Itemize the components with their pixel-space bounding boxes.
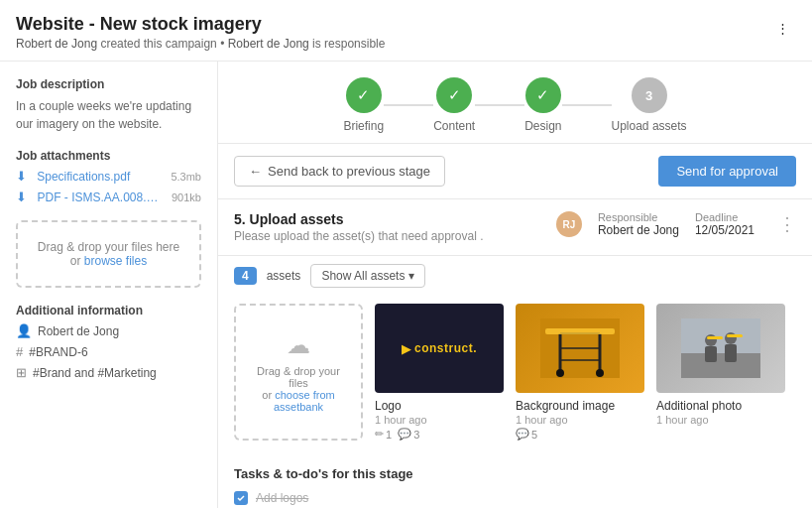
content-area: ✓ Briefing ✓ Content ✓ Design xyxy=(218,62,812,508)
task-checkbox-logos[interactable] xyxy=(234,491,248,505)
stage-meta: RJ Responsible Robert de Jong Deadline 1… xyxy=(556,211,796,237)
download-icon: ⬇ xyxy=(16,190,27,204)
asset-thumb-photo[interactable] xyxy=(656,304,785,393)
construction-svg xyxy=(540,318,620,378)
asset-time-photo: 1 hour ago xyxy=(656,414,785,426)
attachment-size: 5.3mb xyxy=(171,171,201,183)
show-all-button[interactable]: Show All assets ▾ xyxy=(310,264,425,288)
attachment-name: Specifications.pdf xyxy=(37,170,166,184)
svg-point-13 xyxy=(725,332,737,344)
header-more-button[interactable]: ⋮ xyxy=(768,14,796,42)
svg-point-6 xyxy=(556,369,564,377)
assets-filter: 4 assets Show All assets ▾ xyxy=(218,256,812,296)
assets-grid: ☁ Drag & drop your files or choose from … xyxy=(218,296,812,454)
dropzone-text: Drag & drop your files here xyxy=(36,240,181,254)
hash-icon: # xyxy=(16,344,23,359)
header: Website - New stock imagery Robert de Jo… xyxy=(0,0,812,62)
svg-rect-8 xyxy=(545,328,615,334)
step-content: ✓ Content xyxy=(433,77,475,133)
stage-more-button[interactable]: ⋮ xyxy=(778,213,796,235)
file-dropzone[interactable]: Drag & drop your files here or browse fi… xyxy=(16,220,201,288)
step-label-content: Content xyxy=(433,119,475,133)
step-circle-design: ✓ xyxy=(525,77,561,113)
stage-info: 5. Upload assets Please upload the asset… xyxy=(234,211,484,243)
more-dots-icon: ⋮ xyxy=(776,21,789,36)
svg-point-11 xyxy=(705,334,717,346)
asset-card-photo: Additional photo 1 hour ago xyxy=(656,304,785,441)
additional-tags-item: ⊞ #Brand and #Marketing xyxy=(16,365,201,380)
stage-section: 5. Upload assets Please upload the asset… xyxy=(218,199,812,256)
additional-person-item: 👤 Robert de Jong xyxy=(16,323,201,338)
attachment-item[interactable]: ⬇ Specifications.pdf 5.3mb xyxy=(16,169,201,184)
workers-svg xyxy=(681,318,760,378)
comment-count-bg: 💬5 xyxy=(516,428,537,441)
step-upload: 3 Upload assets xyxy=(612,77,687,133)
back-button[interactable]: ← Send back to previous stage xyxy=(234,156,445,187)
asset-card-logo: ▶ construct. Logo 1 hour ago ✏1 💬3 xyxy=(375,304,504,441)
asset-card-bg: Background image 1 hour ago 💬5 xyxy=(516,304,644,441)
sidebar: Job description In a couple weeks we're … xyxy=(0,62,218,508)
stage-header: 5. Upload assets Please upload the asset… xyxy=(234,211,796,243)
additional-person-value: Robert de Jong xyxy=(38,324,119,338)
deadline-label: Deadline xyxy=(695,211,754,223)
svg-rect-15 xyxy=(707,336,723,339)
deadline-block: Deadline 12/05/2021 xyxy=(695,211,754,237)
step-label-design: Design xyxy=(524,119,561,133)
actions-bar: ← Send back to previous stage Send for a… xyxy=(218,144,812,199)
progress-steps: ✓ Briefing ✓ Content ✓ Design xyxy=(218,62,812,144)
additional-tags-value: #Brand and #Marketing xyxy=(33,366,157,380)
asset-thumb-bg[interactable] xyxy=(516,304,644,393)
additional-brand-item: # #BRAND-6 xyxy=(16,344,201,359)
step-label-upload: Upload assets xyxy=(612,119,687,133)
attachment-size: 901kb xyxy=(172,191,201,203)
attachment-item[interactable]: ⬇ PDF - ISMS.AA.008.Annex A... 901kb xyxy=(16,190,201,204)
asset-upload-dropzone[interactable]: ☁ Drag & drop your files or choose from … xyxy=(234,304,363,441)
edit-count-logo: ✏1 xyxy=(375,428,392,441)
back-arrow-icon: ← xyxy=(249,164,262,179)
attachments-title: Job attachments xyxy=(16,149,201,163)
job-desc-title: Job description xyxy=(16,77,201,91)
asset-upload-text: Drag & drop your files xyxy=(246,365,351,389)
attachment-name: PDF - ISMS.AA.008.Annex A... xyxy=(38,190,167,204)
tasks-title: Tasks & to-do's for this stage xyxy=(234,466,796,481)
svg-rect-10 xyxy=(681,353,760,378)
back-label: Send back to previous stage xyxy=(268,164,430,179)
responsible-block: Responsible Robert de Jong xyxy=(598,211,679,237)
tasks-section: Tasks & to-do's for this stage Add logos… xyxy=(218,454,812,508)
download-icon: ⬇ xyxy=(16,169,27,184)
task-label-logos: Add logos xyxy=(256,491,308,505)
connector-line xyxy=(562,104,612,106)
check-icon xyxy=(236,493,246,503)
send-approval-button[interactable]: Send for approval xyxy=(658,156,796,187)
asset-thumb-logo[interactable]: ▶ construct. xyxy=(375,304,504,393)
assets-count-label: assets xyxy=(267,269,301,283)
responsible-avatar: RJ xyxy=(556,211,582,237)
additional-section: Additional information 👤 Robert de Jong … xyxy=(16,304,201,380)
comment-count-logo: 💬3 xyxy=(398,428,419,441)
asset-name-logo: Logo xyxy=(375,399,504,413)
svg-rect-16 xyxy=(727,334,743,337)
svg-rect-12 xyxy=(705,346,717,362)
main-layout: Job description In a couple weeks we're … xyxy=(0,62,812,508)
responsible-label: Responsible xyxy=(598,211,679,223)
task-item-logos: Add logos xyxy=(234,491,796,505)
construct-arrow: ▶ xyxy=(402,341,411,356)
header-subtitle: Robert de Jong created this campaign • R… xyxy=(16,37,385,51)
asset-time-logo: 1 hour ago xyxy=(375,414,504,426)
comment-icon: 💬 xyxy=(398,428,411,441)
dropzone-or: or browse files xyxy=(36,254,181,268)
asset-name-bg: Background image xyxy=(516,399,644,413)
choose-assetbank-link[interactable]: choose from assetbank xyxy=(274,389,335,413)
edit-icon: ✏ xyxy=(375,428,384,441)
step-label-briefing: Briefing xyxy=(343,119,384,133)
browse-files-link[interactable]: browse files xyxy=(84,254,147,268)
grid-icon: ⊞ xyxy=(16,365,27,380)
deadline-value: 12/05/2021 xyxy=(695,223,754,237)
page-title: Website - New stock imagery xyxy=(16,14,385,35)
header-left: Website - New stock imagery Robert de Jo… xyxy=(16,14,385,51)
cloud-upload-icon: ☁ xyxy=(287,331,310,359)
step-circle-upload: 3 xyxy=(632,77,667,113)
stage-subtitle: Please upload the asset(s) that need app… xyxy=(234,229,484,243)
step-circle-content: ✓ xyxy=(436,77,472,113)
svg-point-7 xyxy=(596,369,604,377)
